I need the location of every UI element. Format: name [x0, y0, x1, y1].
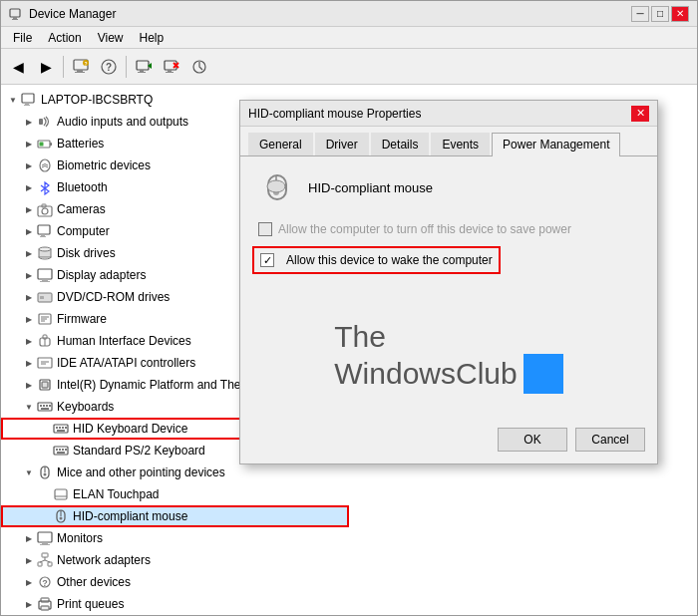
- menu-view[interactable]: View: [90, 29, 132, 47]
- root-expand[interactable]: ▼: [5, 92, 21, 108]
- print-expand[interactable]: ▶: [21, 596, 37, 612]
- firmware-icon: [37, 311, 53, 327]
- bluetooth-expand[interactable]: ▶: [21, 179, 37, 195]
- bluetooth-label: Bluetooth: [57, 180, 108, 194]
- tree-mice[interactable]: ▼ Mice and other pointing devices: [1, 462, 349, 483]
- help-button[interactable]: ?: [96, 54, 122, 80]
- window-title: Device Manager: [29, 7, 631, 21]
- svg-rect-71: [57, 452, 65, 454]
- tab-events[interactable]: Events: [431, 133, 490, 155]
- close-button[interactable]: ✕: [671, 6, 689, 22]
- allow-turn-off-checkbox[interactable]: [258, 222, 272, 236]
- ide-expand[interactable]: ▶: [21, 355, 37, 371]
- cancel-button[interactable]: Cancel: [575, 428, 645, 452]
- svg-rect-41: [40, 296, 44, 299]
- maximize-button[interactable]: □: [651, 6, 669, 22]
- svg-rect-69: [62, 449, 64, 451]
- window-controls: ─ □ ✕: [631, 6, 689, 22]
- svg-rect-32: [41, 234, 45, 236]
- allow-wake-checkbox[interactable]: ✓: [260, 253, 274, 267]
- dvd-label: DVD/CD-ROM drives: [57, 290, 170, 304]
- mouse-icon: [53, 508, 69, 524]
- biometric-label: Biometric devices: [57, 158, 151, 172]
- audio-label: Audio inputs and outputs: [57, 115, 188, 129]
- other-label: Other devices: [57, 575, 131, 589]
- other-expand[interactable]: ▶: [21, 574, 37, 590]
- diskdrives-expand[interactable]: ▶: [21, 245, 37, 261]
- device-name: HID-compliant mouse: [308, 180, 433, 195]
- network-expand[interactable]: ▶: [21, 552, 37, 568]
- svg-rect-67: [56, 449, 58, 451]
- computer-expand[interactable]: ▶: [21, 223, 37, 239]
- menu-help[interactable]: Help: [132, 29, 173, 47]
- tree-touchpad[interactable]: ▶ ELAN Touchpad: [1, 483, 349, 505]
- network-icon: [37, 552, 53, 568]
- tree-other[interactable]: ▶ ? Other devices: [1, 571, 349, 593]
- display-expand[interactable]: ▶: [21, 267, 37, 283]
- hid-keyboard-label: HID Keyboard Device: [73, 422, 187, 436]
- monitors-expand[interactable]: ▶: [21, 530, 37, 546]
- svg-rect-14: [165, 61, 176, 70]
- tab-details[interactable]: Details: [371, 133, 430, 155]
- menu-action[interactable]: Action: [40, 29, 89, 47]
- ok-button[interactable]: OK: [498, 428, 567, 452]
- firmware-expand[interactable]: ▶: [21, 311, 37, 327]
- svg-rect-0: [10, 9, 20, 17]
- svg-rect-49: [38, 358, 52, 368]
- svg-text:?: ?: [106, 62, 112, 73]
- tree-print[interactable]: ▶ Print queues: [1, 593, 349, 615]
- svg-rect-81: [42, 542, 48, 544]
- menu-bar: File Action View Help: [1, 27, 697, 49]
- root-label: LAPTOP-IBCSBRTQ: [41, 93, 153, 107]
- show-properties-button[interactable]: ?: [68, 54, 94, 80]
- svg-text:?: ?: [42, 578, 48, 588]
- tree-hid-mouse[interactable]: ▶ HID-compliant mouse: [1, 505, 349, 527]
- scan-button[interactable]: [131, 54, 157, 80]
- bluetooth-icon: [37, 179, 53, 195]
- mice-icon: [37, 464, 53, 480]
- tab-general[interactable]: General: [248, 133, 313, 155]
- cameras-label: Cameras: [57, 202, 106, 216]
- svg-rect-25: [50, 143, 52, 146]
- keyboards-expand[interactable]: ▼: [21, 399, 37, 415]
- svg-text:?: ?: [84, 61, 87, 67]
- svg-point-29: [42, 208, 48, 214]
- cameras-expand[interactable]: ▶: [21, 201, 37, 217]
- keyboard-icon: [37, 399, 53, 415]
- svg-rect-5: [75, 72, 85, 73]
- intel-label: Intel(R) Dynamic Platform and Ther: [57, 378, 245, 392]
- std-keyboard-label: Standard PS/2 Keyboard: [73, 444, 205, 458]
- dialog-title-bar: HID-compliant mouse Properties ✕: [240, 101, 657, 127]
- uninstall-button[interactable]: [159, 54, 184, 80]
- dialog-buttons: OK Cancel: [240, 420, 657, 463]
- hid-expand[interactable]: ▶: [21, 333, 37, 349]
- back-button[interactable]: ◀: [5, 54, 31, 80]
- dialog-close-button[interactable]: ✕: [631, 106, 649, 122]
- forward-button[interactable]: ▶: [33, 54, 59, 80]
- tab-driver[interactable]: Driver: [315, 133, 369, 155]
- display-icon: [37, 267, 53, 283]
- mice-label: Mice and other pointing devices: [57, 465, 225, 479]
- device-header: HID-compliant mouse: [256, 172, 641, 202]
- svg-rect-1: [13, 17, 17, 19]
- touchpad-icon: [53, 486, 69, 502]
- keyboards-label: Keyboards: [57, 400, 114, 414]
- watermark-name: WindowsClub: [334, 357, 517, 391]
- batteries-expand[interactable]: ▶: [21, 136, 37, 152]
- intel-expand[interactable]: ▶: [21, 377, 37, 393]
- mice-expand[interactable]: ▼: [21, 464, 37, 480]
- tree-network[interactable]: ▶ Network adapters: [1, 549, 349, 571]
- svg-point-74: [44, 473, 47, 476]
- dvd-expand[interactable]: ▶: [21, 289, 37, 305]
- intel-icon: [37, 377, 53, 393]
- hid-icon: [37, 333, 53, 349]
- svg-rect-80: [38, 532, 52, 542]
- tab-power-management[interactable]: Power Management: [492, 133, 620, 156]
- update-button[interactable]: [186, 54, 212, 80]
- tree-monitors[interactable]: ▶ Monitors: [1, 527, 349, 549]
- audio-icon: [37, 114, 53, 130]
- minimize-button[interactable]: ─: [631, 6, 649, 22]
- audio-expand[interactable]: ▶: [21, 114, 37, 130]
- menu-file[interactable]: File: [5, 29, 40, 47]
- biometric-expand[interactable]: ▶: [21, 157, 37, 173]
